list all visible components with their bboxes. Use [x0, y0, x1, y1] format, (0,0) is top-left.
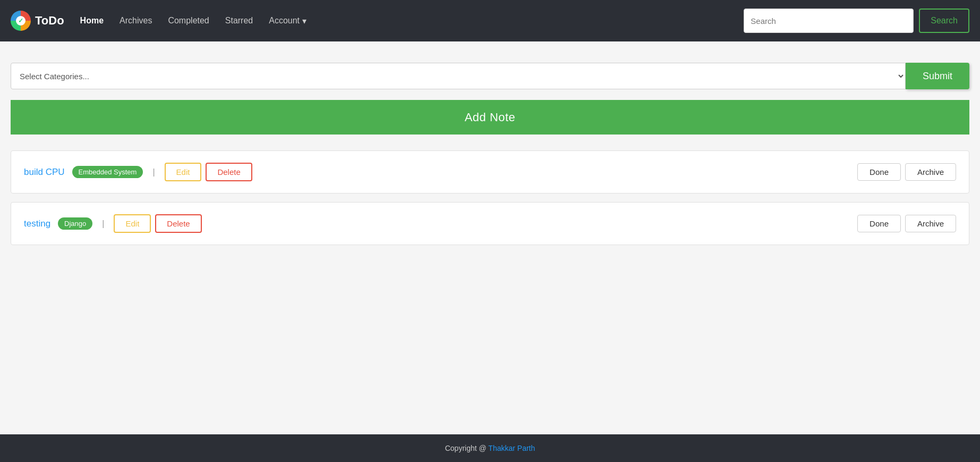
nav-archives[interactable]: Archives [120, 16, 152, 26]
nav-completed[interactable]: Completed [168, 16, 209, 26]
nav-starred[interactable]: Starred [225, 16, 253, 26]
navbar-right: Search [744, 9, 969, 33]
search-button[interactable]: Search [919, 9, 969, 33]
edit-button-2[interactable]: Edit [114, 214, 151, 233]
footer-link[interactable]: Thakkar Parth [488, 444, 535, 452]
footer: Copyright @ Thakkar Parth [0, 434, 980, 462]
nav-links: Home Archives Completed Starred Account … [80, 16, 306, 26]
category-select[interactable]: Select Categories... [11, 63, 906, 89]
footer-text: Copyright @ [445, 444, 489, 452]
nav-account-dropdown[interactable]: Account ▾ [269, 16, 306, 26]
delete-button-2[interactable]: Delete [155, 214, 201, 233]
table-row: testing Django | Edit Delete Done Archiv… [11, 202, 969, 245]
todo-item-right-2: Done Archive [857, 215, 956, 232]
chevron-down-icon: ▾ [302, 16, 306, 26]
todo-badge-2: Django [58, 217, 92, 230]
todo-list: build CPU Embedded System | Edit Delete … [11, 150, 969, 245]
brand-check-icon: ✓ [18, 17, 23, 24]
nav-home[interactable]: Home [80, 16, 104, 26]
navbar: ✓ ToDo Home Archives Completed Starred A… [0, 0, 980, 41]
nav-account-label: Account [269, 16, 300, 26]
done-button-2[interactable]: Done [857, 215, 901, 232]
todo-item-left-2: testing Django | Edit Delete [24, 214, 202, 233]
archive-button-1[interactable]: Archive [905, 163, 956, 181]
todo-separator-1: | [152, 167, 155, 177]
todo-title-1[interactable]: build CPU [24, 167, 65, 178]
todo-separator-2: | [102, 219, 104, 229]
todo-item-left-1: build CPU Embedded System | Edit Delete [24, 163, 252, 181]
main-content: Select Categories... Submit Add Note bui… [0, 41, 980, 434]
brand-logo-icon: ✓ [11, 11, 31, 31]
brand-name: ToDo [35, 14, 64, 28]
search-input[interactable] [744, 9, 914, 33]
navbar-left: ✓ ToDo Home Archives Completed Starred A… [11, 11, 306, 31]
submit-button[interactable]: Submit [906, 63, 969, 89]
category-row: Select Categories... Submit [11, 63, 969, 89]
edit-button-1[interactable]: Edit [165, 163, 202, 181]
table-row: build CPU Embedded System | Edit Delete … [11, 150, 969, 194]
todo-actions-1: Edit Delete [165, 163, 252, 181]
todo-actions-2: Edit Delete [114, 214, 201, 233]
todo-item-right-1: Done Archive [857, 163, 956, 181]
archive-button-2[interactable]: Archive [905, 215, 956, 232]
delete-button-1[interactable]: Delete [206, 163, 252, 181]
done-button-1[interactable]: Done [857, 163, 901, 181]
brand-logo-link[interactable]: ✓ ToDo [11, 11, 64, 31]
brand-logo-inner: ✓ [16, 16, 25, 26]
add-note-button[interactable]: Add Note [11, 100, 969, 135]
todo-title-2[interactable]: testing [24, 219, 50, 229]
todo-badge-1: Embedded System [72, 166, 143, 178]
